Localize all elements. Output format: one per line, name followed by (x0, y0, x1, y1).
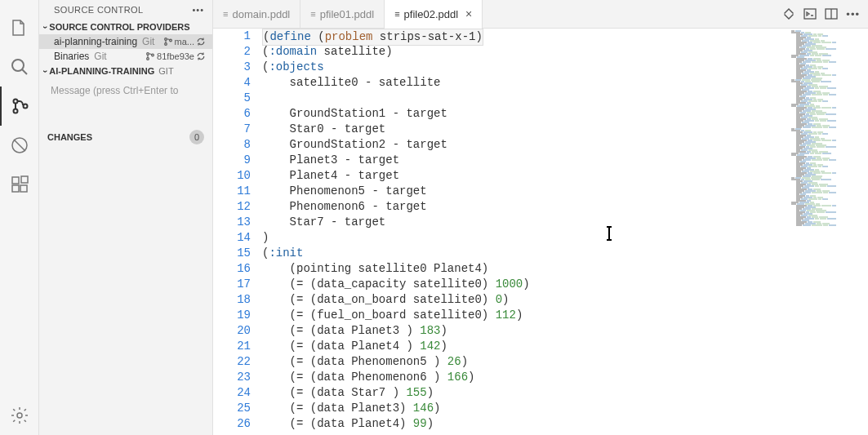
svg-point-1 (13, 100, 17, 104)
branch-icon (163, 37, 173, 47)
line-number-gutter: 1234567891011121314151617181920212223242… (213, 29, 262, 435)
editor-tab[interactable]: ≡pfile01.pddl (300, 0, 385, 29)
scm-provider-row[interactable]: ai-planning-trainingGitma... (39, 34, 212, 49)
compare-icon[interactable] (782, 7, 795, 20)
more-icon[interactable]: ••• (846, 8, 860, 20)
file-icon: ≡ (394, 9, 399, 19)
svg-point-11 (164, 43, 167, 46)
code-content[interactable]: (define (problem strips-sat-x-1)(:domain… (262, 29, 868, 435)
minimap[interactable] (791, 30, 857, 275)
editor-area: ≡domain.pddl≡pfile01.pddl≡pfile02.pddl× … (213, 0, 868, 435)
svg-rect-7 (20, 185, 27, 192)
svg-rect-6 (12, 185, 19, 192)
code-editor[interactable]: 1234567891011121314151617181920212223242… (213, 29, 868, 435)
preview-icon[interactable] (803, 7, 817, 20)
svg-point-0 (12, 60, 24, 71)
activity-bar (0, 0, 39, 435)
scm-provider-row[interactable]: BinariesGit81fbe93e (39, 49, 212, 64)
svg-point-10 (164, 38, 167, 41)
sync-icon (196, 37, 206, 47)
tab-bar: ≡domain.pddl≡pfile01.pddl≡pfile02.pddl× … (213, 0, 868, 29)
branch-icon (145, 51, 155, 61)
sync-icon (196, 51, 206, 61)
close-icon[interactable]: × (465, 7, 472, 20)
file-icon: ≡ (310, 9, 315, 19)
svg-point-13 (147, 53, 149, 55)
changes-header[interactable]: CHANGES 0 (39, 127, 212, 147)
app-root: SOURCE CONTROL ••• › SOURCE CONTROL PROV… (0, 0, 868, 435)
sidebar: SOURCE CONTROL ••• › SOURCE CONTROL PROV… (39, 0, 213, 435)
explorer-icon[interactable] (0, 8, 39, 47)
more-icon[interactable]: ••• (192, 5, 204, 15)
debug-icon[interactable] (0, 126, 39, 165)
sidebar-title: SOURCE CONTROL (54, 5, 144, 15)
chevron-down-icon: › (41, 69, 50, 72)
svg-point-3 (23, 104, 27, 109)
text-cursor (608, 227, 610, 240)
repo-header[interactable]: › AI-PLANNING-TRAINING GIT (39, 64, 212, 78)
file-icon: ≡ (223, 9, 228, 19)
editor-tab[interactable]: ≡pfile02.pddl× (385, 0, 483, 29)
search-icon[interactable] (0, 47, 39, 87)
providers-header[interactable]: › SOURCE CONTROL PROVIDERS (39, 20, 212, 34)
changes-count-badge: 0 (189, 130, 204, 144)
split-editor-icon[interactable] (825, 7, 838, 20)
commit-message-input[interactable]: Message (press Ctrl+Enter to (46, 82, 206, 124)
editor-actions: ••• (782, 7, 868, 20)
svg-point-14 (147, 58, 149, 60)
svg-point-9 (17, 413, 22, 418)
chevron-down-icon: › (41, 25, 50, 28)
scm-icon[interactable] (0, 87, 39, 126)
settings-icon[interactable] (0, 396, 39, 435)
editor-tab[interactable]: ≡domain.pddl (213, 0, 300, 29)
svg-point-2 (13, 109, 17, 113)
svg-rect-8 (21, 176, 28, 183)
svg-rect-5 (12, 177, 19, 184)
extensions-icon[interactable] (0, 165, 39, 204)
sidebar-title-row: SOURCE CONTROL ••• (39, 0, 212, 20)
